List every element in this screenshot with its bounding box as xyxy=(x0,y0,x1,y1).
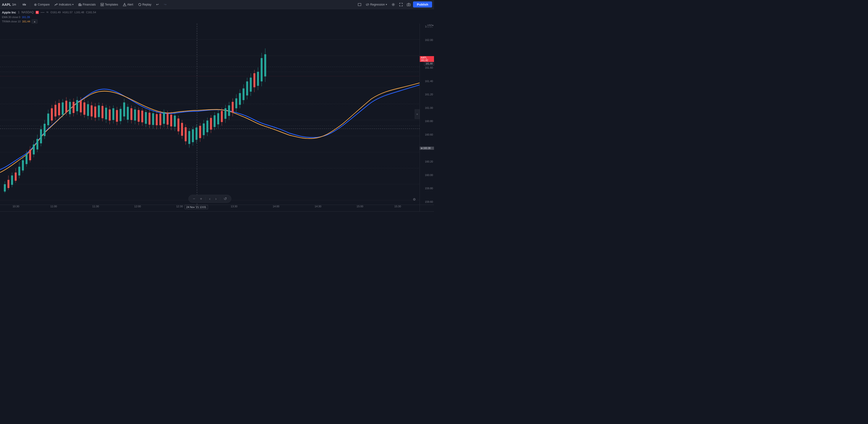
svg-rect-43 xyxy=(11,175,13,185)
publish-button[interactable]: Publish xyxy=(413,1,432,7)
collapse-indicators-button[interactable]: ▲ xyxy=(32,19,38,24)
svg-rect-89 xyxy=(94,106,96,118)
svg-rect-45 xyxy=(15,173,17,181)
svg-rect-163 xyxy=(228,105,230,116)
time-label-1030: 10:30 xyxy=(12,205,19,208)
stock-name: Apple Inc xyxy=(2,10,16,14)
time-axis-right xyxy=(420,205,434,211)
svg-rect-99 xyxy=(112,108,114,120)
chart-canvas-wrapper[interactable]: − + ‹ › ↺ » xyxy=(0,24,420,205)
settings-button[interactable] xyxy=(390,1,397,8)
svg-rect-183 xyxy=(265,54,266,76)
svg-rect-91 xyxy=(98,105,100,117)
templates-button[interactable]: Templates xyxy=(98,2,120,7)
ema-value: 161.39 xyxy=(22,15,30,19)
svg-rect-171 xyxy=(243,88,245,100)
reset-button[interactable]: ↺ xyxy=(222,196,228,201)
svg-rect-81 xyxy=(80,101,82,112)
svg-rect-107 xyxy=(127,107,129,120)
svg-rect-111 xyxy=(134,109,136,121)
svg-rect-109 xyxy=(130,108,132,120)
ema-label: EMA 30 close 0 xyxy=(2,15,20,19)
fullscreen-button[interactable] xyxy=(398,1,404,8)
zoom-out-button[interactable]: − xyxy=(191,196,196,201)
cursor-price-label: ⊕ 160.38 xyxy=(420,146,434,150)
camera-button[interactable] xyxy=(405,1,412,8)
scroll-right-edge-button[interactable]: » xyxy=(415,109,420,119)
indicators-button[interactable]: Indicators ▾ xyxy=(53,2,75,7)
scroll-left-button[interactable]: ‹ xyxy=(208,196,212,201)
svg-rect-113 xyxy=(137,110,140,122)
alert-button[interactable]: Alert xyxy=(121,2,135,7)
svg-rect-95 xyxy=(105,108,107,120)
svg-rect-0 xyxy=(23,4,23,5)
svg-rect-67 xyxy=(55,105,56,117)
compare-button[interactable]: ⊕ Compare xyxy=(32,2,52,7)
price-label-9: 160.20 xyxy=(420,160,434,163)
svg-rect-151 xyxy=(206,121,208,132)
bartype-icon xyxy=(22,3,26,6)
price-type-icon: — xyxy=(41,10,44,14)
svg-rect-127 xyxy=(163,112,165,124)
undo-button[interactable]: ↩ xyxy=(154,1,161,8)
zoom-in-button[interactable]: + xyxy=(198,196,204,201)
svg-rect-55 xyxy=(33,144,35,154)
price-label-4: 161.40 xyxy=(420,80,434,83)
svg-rect-12 xyxy=(102,5,104,6)
symbol-label[interactable]: AAPL xyxy=(2,3,11,6)
svg-rect-16 xyxy=(358,3,361,6)
toolbar-right: Regression ▾ Publish xyxy=(356,1,432,8)
rectangle-tool-button[interactable] xyxy=(356,1,363,8)
bartype-button[interactable] xyxy=(20,2,28,7)
aapl-price-badge: AAPL 161.82 xyxy=(420,56,434,62)
svg-rect-129 xyxy=(166,113,168,125)
redo-button[interactable]: ↪ xyxy=(162,1,169,8)
replay-button[interactable]: Replay xyxy=(136,2,153,7)
svg-line-18 xyxy=(366,4,369,5)
price-label-10: 160.00 xyxy=(420,173,434,176)
svg-rect-101 xyxy=(116,110,118,122)
svg-rect-175 xyxy=(250,77,252,92)
stock-exchange: NASDAQ xyxy=(22,10,34,14)
regression-button[interactable]: Regression ▾ xyxy=(364,2,389,7)
price-label-7: 160.80 xyxy=(420,120,434,123)
chart-area: − + ‹ › ↺ » 162.20 162.00 AAPL 161.82 16… xyxy=(0,24,434,205)
price-label-2: 162.00 xyxy=(420,38,434,41)
trima-value: 161.44 xyxy=(22,20,30,23)
svg-point-14 xyxy=(124,5,125,6)
time-label-1130: 11:30 xyxy=(92,205,99,208)
time-label-1330: 13:30 xyxy=(231,205,238,208)
svg-rect-5 xyxy=(25,4,26,5)
svg-rect-103 xyxy=(120,109,121,121)
svg-rect-169 xyxy=(239,93,241,105)
chart-settings-button[interactable]: ⚙ xyxy=(411,196,417,203)
svg-rect-161 xyxy=(225,108,226,119)
svg-rect-79 xyxy=(76,100,78,111)
svg-rect-11 xyxy=(101,5,102,6)
svg-rect-71 xyxy=(62,102,64,115)
price-chart xyxy=(0,24,420,205)
svg-rect-115 xyxy=(141,110,143,122)
svg-rect-147 xyxy=(199,126,201,138)
scroll-right-button[interactable]: › xyxy=(214,196,218,201)
svg-rect-181 xyxy=(261,58,263,81)
svg-rect-49 xyxy=(22,160,24,170)
price-label-8: 160.60 xyxy=(420,133,434,136)
svg-rect-123 xyxy=(156,114,158,125)
svg-rect-179 xyxy=(257,72,259,86)
svg-rect-1 xyxy=(23,4,23,5)
svg-rect-97 xyxy=(109,109,111,121)
interval-label[interactable]: 1m xyxy=(12,3,16,6)
svg-rect-135 xyxy=(177,119,179,131)
financials-button[interactable]: Financials xyxy=(76,2,98,7)
svg-rect-65 xyxy=(51,108,53,121)
current-time-label: 24 Nov '21 13:01 xyxy=(185,205,208,209)
svg-rect-145 xyxy=(195,128,197,140)
chart-nav-controls: − + ‹ › ↺ xyxy=(188,195,231,203)
svg-rect-125 xyxy=(159,113,161,125)
aapl-price-container: AAPL 161.82 161.80 xyxy=(420,56,434,65)
svg-rect-173 xyxy=(246,81,248,95)
stock-interval: 1 xyxy=(18,10,20,14)
indicators-icon xyxy=(55,3,58,6)
svg-rect-85 xyxy=(87,104,89,116)
